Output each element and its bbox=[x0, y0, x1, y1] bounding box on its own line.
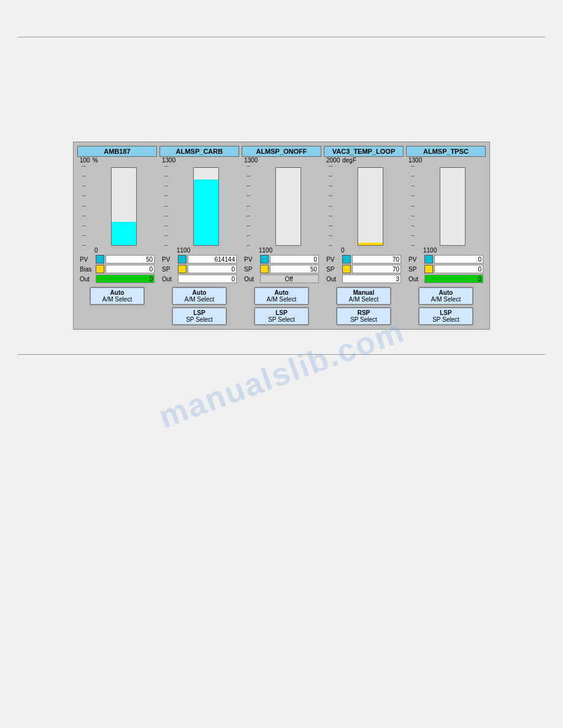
sp-row-almsp_onoff: SP 50 bbox=[244, 265, 319, 273]
pv-color-amb187 bbox=[96, 255, 104, 264]
am-button-almsp_carb[interactable]: AutoA/M Select bbox=[172, 287, 227, 305]
pv-value-amb187: 50 bbox=[105, 255, 155, 264]
loop-column-almsp_carb: ALMSP_CARB13001100 PV 614144 SP 0 Out 0 … bbox=[159, 146, 239, 325]
pv-color-almsp_onoff bbox=[260, 255, 269, 264]
bar-fill-almsp_carb bbox=[194, 180, 218, 245]
pv-value-almsp_carb: 614144 bbox=[188, 255, 237, 264]
out-label-vac3_temp_loop: Out bbox=[326, 276, 341, 282]
scale-top-almsp_carb: 1300 bbox=[162, 157, 175, 164]
bar-outer-almsp_onoff bbox=[242, 166, 321, 246]
loop-column-amb187: AMB187100%0 PV 50 Bias 0 Out 0 AutoA/M S… bbox=[77, 146, 157, 325]
sp-label-almsp_carb: SP bbox=[162, 266, 177, 273]
sp-select-button-vac3_temp_loop[interactable]: RSPSP Select bbox=[336, 307, 391, 325]
sp-value-almsp_onoff: 50 bbox=[270, 265, 319, 273]
scale-unit-vac3_temp_loop: degF bbox=[342, 157, 356, 164]
scale-top-almsp_tpsc: 1300 bbox=[408, 157, 422, 164]
pv-row-vac3_temp_loop: PV 70 bbox=[326, 255, 401, 264]
loop-header-almsp_tpsc: ALMSP_TPSC bbox=[406, 146, 486, 157]
out-row-almsp_onoff: Out Off bbox=[244, 275, 319, 283]
pv-label-almsp_onoff: PV bbox=[244, 256, 259, 263]
scale-bottom-almsp_onoff: 1100 bbox=[242, 247, 321, 254]
bar-inner-almsp_tpsc bbox=[440, 167, 465, 246]
pv-color-almsp_carb bbox=[178, 255, 186, 264]
out-row-almsp_carb: Out 0 bbox=[162, 275, 237, 283]
sp-color-almsp_carb bbox=[178, 265, 186, 273]
bar-outer-almsp_carb bbox=[159, 166, 239, 246]
bias-color-amb187 bbox=[96, 265, 104, 273]
out-value-almsp_carb: 0 bbox=[178, 275, 237, 283]
pv-label-amb187: PV bbox=[80, 256, 94, 263]
sp-value-almsp_carb: 0 bbox=[188, 265, 237, 273]
am-button-amb187[interactable]: AutoA/M Select bbox=[90, 287, 145, 305]
bar-outer-vac3_temp_loop bbox=[324, 166, 404, 246]
bar-inner-almsp_onoff bbox=[275, 167, 301, 246]
out-label-almsp_onoff: Out bbox=[244, 276, 259, 282]
bottom-divider bbox=[18, 354, 545, 355]
sp-label-almsp_tpsc: SP bbox=[408, 266, 423, 273]
loop-header-almsp_onoff: ALMSP_ONOFF bbox=[242, 146, 321, 157]
bar-fill-vac3_temp_loop bbox=[358, 243, 383, 245]
scale-top-amb187: 100 bbox=[80, 157, 90, 164]
loop-header-almsp_carb: ALMSP_CARB bbox=[159, 146, 239, 157]
bar-inner-amb187 bbox=[111, 167, 137, 246]
pv-value-vac3_temp_loop: 70 bbox=[352, 255, 401, 264]
sp-color-almsp_tpsc bbox=[424, 265, 433, 273]
pv-row-almsp_onoff: PV 0 bbox=[244, 255, 319, 264]
bar-inner-almsp_carb bbox=[193, 167, 219, 246]
out-row-amb187: Out 0 bbox=[80, 275, 155, 283]
bias-value-amb187: 0 bbox=[105, 265, 155, 273]
loop-header-vac3_temp_loop: VAC3_TEMP_LOOP bbox=[324, 146, 404, 157]
pv-color-vac3_temp_loop bbox=[342, 255, 351, 264]
pv-row-amb187: PV 50 bbox=[80, 255, 155, 264]
pv-color-almsp_tpsc bbox=[424, 255, 433, 264]
out-value-almsp_onoff: Off bbox=[260, 275, 319, 283]
pv-row-almsp_tpsc: PV 0 bbox=[408, 255, 483, 264]
bias-label-amb187: Bias bbox=[80, 266, 94, 273]
pv-label-vac3_temp_loop: PV bbox=[326, 256, 341, 263]
out-value-vac3_temp_loop: 3 bbox=[342, 275, 401, 283]
bar-outer-almsp_tpsc bbox=[406, 166, 486, 246]
sp-row-vac3_temp_loop: SP 70 bbox=[326, 265, 401, 273]
bar-outer-amb187 bbox=[77, 166, 157, 246]
sp-select-button-almsp_tpsc[interactable]: LSPSP Select bbox=[418, 307, 473, 325]
sp-row-almsp_tpsc: SP 0 bbox=[408, 265, 483, 273]
am-button-almsp_tpsc[interactable]: AutoA/M Select bbox=[418, 287, 473, 305]
top-divider bbox=[18, 37, 545, 37]
scale-top-almsp_onoff: 1300 bbox=[244, 157, 258, 164]
sp-select-button-almsp_onoff[interactable]: LSPSP Select bbox=[254, 307, 309, 325]
sp-value-almsp_tpsc: 0 bbox=[434, 265, 483, 273]
sp-color-vac3_temp_loop bbox=[342, 265, 351, 273]
pv-label-almsp_tpsc: PV bbox=[408, 256, 423, 263]
pv-label-almsp_carb: PV bbox=[162, 256, 177, 263]
loop-column-almsp_tpsc: ALMSP_TPSC13001100 PV 0 SP 0 Out 0 AutoA… bbox=[406, 146, 486, 325]
out-label-almsp_tpsc: Out bbox=[408, 276, 423, 282]
scale-bottom-almsp_carb: 1100 bbox=[159, 247, 239, 254]
bias-row-amb187: Bias 0 bbox=[80, 265, 155, 273]
bar-fill-amb187 bbox=[112, 222, 136, 245]
sp-label-vac3_temp_loop: SP bbox=[326, 266, 341, 273]
main-panel: AMB187100%0 PV 50 Bias 0 Out 0 AutoA/M S… bbox=[73, 142, 490, 330]
sp-label-almsp_onoff: SP bbox=[244, 266, 259, 273]
pv-row-almsp_carb: PV 614144 bbox=[162, 255, 237, 264]
bar-inner-vac3_temp_loop bbox=[358, 167, 383, 246]
scale-bottom-almsp_tpsc: 1100 bbox=[406, 247, 486, 254]
out-label-almsp_carb: Out bbox=[162, 276, 177, 282]
am-button-almsp_onoff[interactable]: AutoA/M Select bbox=[254, 287, 309, 305]
pv-value-almsp_tpsc: 0 bbox=[434, 255, 483, 264]
scale-top-vac3_temp_loop: 2000 bbox=[326, 157, 340, 164]
loop-column-almsp_onoff: ALMSP_ONOFF13001100 PV 0 SP 50 Out Off A… bbox=[242, 146, 321, 325]
sp-select-button-almsp_carb[interactable]: LSPSP Select bbox=[172, 307, 227, 325]
page-container: AMB187100%0 PV 50 Bias 0 Out 0 AutoA/M S… bbox=[0, 0, 563, 728]
sp-color-almsp_onoff bbox=[260, 265, 269, 273]
loop-header-amb187: AMB187 bbox=[77, 146, 157, 157]
am-button-vac3_temp_loop[interactable]: ManualA/M Select bbox=[336, 287, 391, 305]
scale-bottom-vac3_temp_loop: 0 bbox=[324, 247, 404, 254]
pv-value-almsp_onoff: 0 bbox=[270, 255, 319, 264]
out-row-vac3_temp_loop: Out 3 bbox=[326, 275, 401, 283]
out-value-amb187: 0 bbox=[96, 275, 155, 283]
out-row-almsp_tpsc: Out 0 bbox=[408, 275, 483, 283]
out-label-amb187: Out bbox=[80, 276, 94, 282]
sp-row-almsp_carb: SP 0 bbox=[162, 265, 237, 273]
scale-unit-amb187: % bbox=[93, 157, 98, 164]
out-value-almsp_tpsc: 0 bbox=[424, 275, 483, 283]
